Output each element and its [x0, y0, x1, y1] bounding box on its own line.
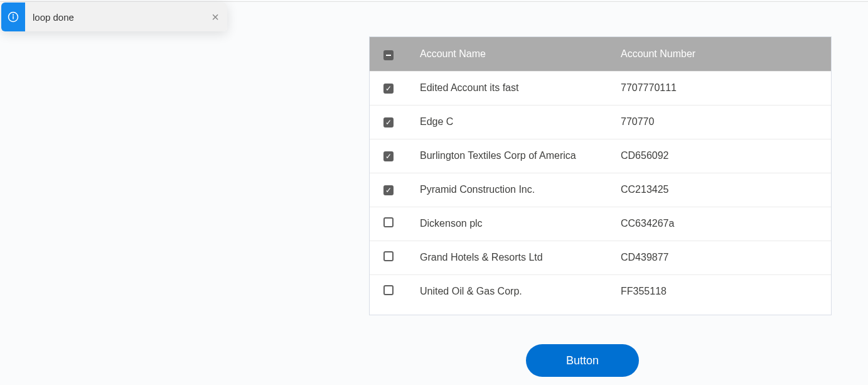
table-row: Burlington Textiles Corp of AmericaCD656…	[370, 139, 831, 173]
table-header-row: Account Name Account Number	[370, 37, 831, 71]
row-checkbox[interactable]	[383, 285, 394, 295]
cell-account-number: 7707770111	[621, 71, 831, 105]
action-button[interactable]: Button	[526, 344, 639, 377]
table-scroll[interactable]: Account Name Account Number Edited Accou…	[370, 37, 831, 315]
svg-point-1	[13, 14, 14, 16]
cell-account-name: Burlington Textiles Corp of America	[420, 139, 621, 173]
toast-message: loop done	[25, 3, 203, 31]
cell-account-number: CD656092	[621, 139, 831, 173]
cell-account-number: CC634267a	[621, 207, 831, 241]
table-row: United Oil & Gas Corp.FF355118	[370, 274, 831, 308]
table-row: Edge C770770	[370, 105, 831, 139]
header-account-number[interactable]: Account Number	[621, 37, 831, 71]
cell-account-number: CC213425	[621, 173, 831, 207]
cell-account-name: Grand Hotels & Resorts Ltd	[420, 241, 621, 274]
row-checkbox[interactable]	[383, 185, 394, 195]
table-row: Edited Account its fast7707770111	[370, 71, 831, 105]
row-checkbox[interactable]	[383, 217, 394, 227]
cell-account-name: United Oil & Gas Corp.	[420, 274, 621, 308]
close-icon[interactable]: ×	[203, 3, 227, 31]
cell-account-name: Edge C	[420, 105, 621, 139]
cell-account-name: Dickenson plc	[420, 207, 621, 241]
cell-account-number: 770770	[621, 105, 831, 139]
accounts-table: Account Name Account Number Edited Accou…	[369, 36, 832, 315]
table-row: Dickenson plcCC634267a	[370, 207, 831, 241]
table-row: Pyramid Construction Inc.CC213425	[370, 173, 831, 207]
cell-account-number: CD439877	[621, 241, 831, 274]
cell-account-number: FF355118	[621, 274, 831, 308]
top-border	[0, 1, 868, 2]
header-account-name[interactable]: Account Name	[420, 37, 621, 71]
svg-rect-2	[13, 16, 14, 19]
select-all-checkbox[interactable]	[383, 50, 394, 60]
row-checkbox[interactable]	[383, 84, 394, 94]
row-checkbox[interactable]	[383, 117, 394, 127]
row-checkbox[interactable]	[383, 251, 394, 261]
table-body: Edited Account its fast7707770111Edge C7…	[370, 71, 831, 308]
row-checkbox[interactable]	[383, 151, 394, 161]
info-icon	[1, 3, 25, 31]
table-row: Grand Hotels & Resorts LtdCD439877	[370, 241, 831, 274]
cell-account-name: Pyramid Construction Inc.	[420, 173, 621, 207]
toast-notification: loop done ×	[1, 3, 227, 31]
cell-account-name: Edited Account its fast	[420, 71, 621, 105]
